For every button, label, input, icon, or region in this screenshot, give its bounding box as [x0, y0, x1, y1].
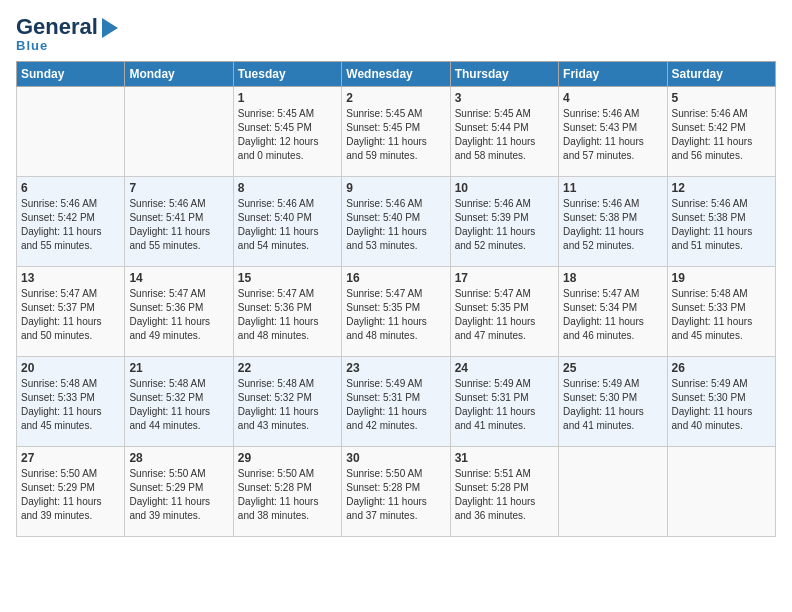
day-number: 28 — [129, 451, 228, 465]
day-info: Sunrise: 5:50 AM Sunset: 5:29 PM Dayligh… — [129, 467, 228, 523]
day-number: 8 — [238, 181, 337, 195]
day-info: Sunrise: 5:45 AM Sunset: 5:45 PM Dayligh… — [238, 107, 337, 163]
calendar-cell — [559, 447, 667, 537]
day-header-wednesday: Wednesday — [342, 62, 450, 87]
day-info: Sunrise: 5:49 AM Sunset: 5:30 PM Dayligh… — [672, 377, 771, 433]
week-row-1: 1Sunrise: 5:45 AM Sunset: 5:45 PM Daylig… — [17, 87, 776, 177]
day-info: Sunrise: 5:51 AM Sunset: 5:28 PM Dayligh… — [455, 467, 554, 523]
day-info: Sunrise: 5:48 AM Sunset: 5:32 PM Dayligh… — [238, 377, 337, 433]
day-info: Sunrise: 5:49 AM Sunset: 5:31 PM Dayligh… — [346, 377, 445, 433]
day-info: Sunrise: 5:46 AM Sunset: 5:38 PM Dayligh… — [672, 197, 771, 253]
day-number: 12 — [672, 181, 771, 195]
day-info: Sunrise: 5:46 AM Sunset: 5:43 PM Dayligh… — [563, 107, 662, 163]
calendar-cell: 23Sunrise: 5:49 AM Sunset: 5:31 PM Dayli… — [342, 357, 450, 447]
calendar-cell: 9Sunrise: 5:46 AM Sunset: 5:40 PM Daylig… — [342, 177, 450, 267]
day-header-saturday: Saturday — [667, 62, 775, 87]
calendar-cell: 24Sunrise: 5:49 AM Sunset: 5:31 PM Dayli… — [450, 357, 558, 447]
calendar-cell: 2Sunrise: 5:45 AM Sunset: 5:45 PM Daylig… — [342, 87, 450, 177]
week-row-5: 27Sunrise: 5:50 AM Sunset: 5:29 PM Dayli… — [17, 447, 776, 537]
day-number: 22 — [238, 361, 337, 375]
calendar-cell: 21Sunrise: 5:48 AM Sunset: 5:32 PM Dayli… — [125, 357, 233, 447]
day-number: 19 — [672, 271, 771, 285]
day-number: 23 — [346, 361, 445, 375]
calendar-cell: 7Sunrise: 5:46 AM Sunset: 5:41 PM Daylig… — [125, 177, 233, 267]
day-info: Sunrise: 5:46 AM Sunset: 5:38 PM Dayligh… — [563, 197, 662, 253]
calendar-cell — [17, 87, 125, 177]
day-number: 1 — [238, 91, 337, 105]
day-number: 9 — [346, 181, 445, 195]
day-number: 29 — [238, 451, 337, 465]
day-number: 24 — [455, 361, 554, 375]
day-number: 30 — [346, 451, 445, 465]
day-info: Sunrise: 5:47 AM Sunset: 5:36 PM Dayligh… — [129, 287, 228, 343]
day-number: 26 — [672, 361, 771, 375]
calendar-cell: 30Sunrise: 5:50 AM Sunset: 5:28 PM Dayli… — [342, 447, 450, 537]
calendar-cell: 15Sunrise: 5:47 AM Sunset: 5:36 PM Dayli… — [233, 267, 341, 357]
day-header-monday: Monday — [125, 62, 233, 87]
logo-text: General — [16, 16, 118, 38]
calendar-cell: 25Sunrise: 5:49 AM Sunset: 5:30 PM Dayli… — [559, 357, 667, 447]
day-info: Sunrise: 5:50 AM Sunset: 5:29 PM Dayligh… — [21, 467, 120, 523]
day-number: 11 — [563, 181, 662, 195]
day-number: 4 — [563, 91, 662, 105]
day-info: Sunrise: 5:50 AM Sunset: 5:28 PM Dayligh… — [238, 467, 337, 523]
calendar-cell: 16Sunrise: 5:47 AM Sunset: 5:35 PM Dayli… — [342, 267, 450, 357]
calendar-cell: 22Sunrise: 5:48 AM Sunset: 5:32 PM Dayli… — [233, 357, 341, 447]
day-number: 16 — [346, 271, 445, 285]
calendar-cell: 14Sunrise: 5:47 AM Sunset: 5:36 PM Dayli… — [125, 267, 233, 357]
day-info: Sunrise: 5:47 AM Sunset: 5:36 PM Dayligh… — [238, 287, 337, 343]
calendar-cell — [125, 87, 233, 177]
calendar-cell: 4Sunrise: 5:46 AM Sunset: 5:43 PM Daylig… — [559, 87, 667, 177]
day-info: Sunrise: 5:48 AM Sunset: 5:33 PM Dayligh… — [21, 377, 120, 433]
day-number: 31 — [455, 451, 554, 465]
day-number: 10 — [455, 181, 554, 195]
day-info: Sunrise: 5:50 AM Sunset: 5:28 PM Dayligh… — [346, 467, 445, 523]
day-info: Sunrise: 5:46 AM Sunset: 5:42 PM Dayligh… — [21, 197, 120, 253]
calendar-cell: 17Sunrise: 5:47 AM Sunset: 5:35 PM Dayli… — [450, 267, 558, 357]
calendar-cell: 11Sunrise: 5:46 AM Sunset: 5:38 PM Dayli… — [559, 177, 667, 267]
day-info: Sunrise: 5:46 AM Sunset: 5:42 PM Dayligh… — [672, 107, 771, 163]
calendar-cell: 10Sunrise: 5:46 AM Sunset: 5:39 PM Dayli… — [450, 177, 558, 267]
calendar-cell: 1Sunrise: 5:45 AM Sunset: 5:45 PM Daylig… — [233, 87, 341, 177]
day-info: Sunrise: 5:47 AM Sunset: 5:37 PM Dayligh… — [21, 287, 120, 343]
day-info: Sunrise: 5:49 AM Sunset: 5:31 PM Dayligh… — [455, 377, 554, 433]
day-info: Sunrise: 5:45 AM Sunset: 5:44 PM Dayligh… — [455, 107, 554, 163]
day-number: 13 — [21, 271, 120, 285]
day-number: 25 — [563, 361, 662, 375]
day-info: Sunrise: 5:46 AM Sunset: 5:40 PM Dayligh… — [238, 197, 337, 253]
logo: General Blue — [16, 16, 118, 53]
day-number: 5 — [672, 91, 771, 105]
calendar-cell: 12Sunrise: 5:46 AM Sunset: 5:38 PM Dayli… — [667, 177, 775, 267]
day-number: 6 — [21, 181, 120, 195]
logo-sub: Blue — [16, 38, 48, 53]
day-header-sunday: Sunday — [17, 62, 125, 87]
day-header-thursday: Thursday — [450, 62, 558, 87]
week-row-2: 6Sunrise: 5:46 AM Sunset: 5:42 PM Daylig… — [17, 177, 776, 267]
day-number: 7 — [129, 181, 228, 195]
calendar-cell: 27Sunrise: 5:50 AM Sunset: 5:29 PM Dayli… — [17, 447, 125, 537]
day-info: Sunrise: 5:47 AM Sunset: 5:34 PM Dayligh… — [563, 287, 662, 343]
calendar-cell: 29Sunrise: 5:50 AM Sunset: 5:28 PM Dayli… — [233, 447, 341, 537]
day-info: Sunrise: 5:49 AM Sunset: 5:30 PM Dayligh… — [563, 377, 662, 433]
calendar-cell: 5Sunrise: 5:46 AM Sunset: 5:42 PM Daylig… — [667, 87, 775, 177]
week-row-3: 13Sunrise: 5:47 AM Sunset: 5:37 PM Dayli… — [17, 267, 776, 357]
calendar-cell: 13Sunrise: 5:47 AM Sunset: 5:37 PM Dayli… — [17, 267, 125, 357]
day-number: 14 — [129, 271, 228, 285]
calendar-cell: 6Sunrise: 5:46 AM Sunset: 5:42 PM Daylig… — [17, 177, 125, 267]
header-row: SundayMondayTuesdayWednesdayThursdayFrid… — [17, 62, 776, 87]
calendar-cell: 19Sunrise: 5:48 AM Sunset: 5:33 PM Dayli… — [667, 267, 775, 357]
day-info: Sunrise: 5:46 AM Sunset: 5:39 PM Dayligh… — [455, 197, 554, 253]
calendar-cell: 3Sunrise: 5:45 AM Sunset: 5:44 PM Daylig… — [450, 87, 558, 177]
day-info: Sunrise: 5:46 AM Sunset: 5:40 PM Dayligh… — [346, 197, 445, 253]
calendar-cell: 18Sunrise: 5:47 AM Sunset: 5:34 PM Dayli… — [559, 267, 667, 357]
day-info: Sunrise: 5:48 AM Sunset: 5:32 PM Dayligh… — [129, 377, 228, 433]
day-number: 2 — [346, 91, 445, 105]
day-info: Sunrise: 5:47 AM Sunset: 5:35 PM Dayligh… — [346, 287, 445, 343]
calendar-cell: 26Sunrise: 5:49 AM Sunset: 5:30 PM Dayli… — [667, 357, 775, 447]
day-number: 3 — [455, 91, 554, 105]
logo-arrow-icon — [102, 18, 118, 38]
week-row-4: 20Sunrise: 5:48 AM Sunset: 5:33 PM Dayli… — [17, 357, 776, 447]
page-header: General Blue — [16, 16, 776, 53]
calendar-cell: 31Sunrise: 5:51 AM Sunset: 5:28 PM Dayli… — [450, 447, 558, 537]
day-info: Sunrise: 5:46 AM Sunset: 5:41 PM Dayligh… — [129, 197, 228, 253]
